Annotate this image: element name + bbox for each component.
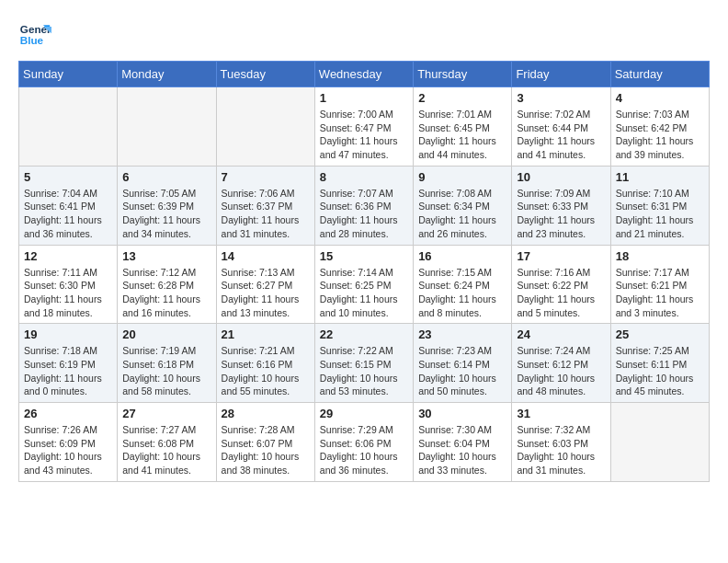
calendar-cell: 22Sunrise: 7:22 AM Sunset: 6:15 PM Dayli…: [314, 324, 413, 403]
calendar-week-row: 19Sunrise: 7:18 AM Sunset: 6:19 PM Dayli…: [19, 324, 710, 403]
calendar-cell: 24Sunrise: 7:24 AM Sunset: 6:12 PM Dayli…: [512, 324, 610, 403]
calendar-cell: 9Sunrise: 7:08 AM Sunset: 6:34 PM Daylig…: [414, 166, 512, 245]
calendar-cell: 19Sunrise: 7:18 AM Sunset: 6:19 PM Dayli…: [19, 324, 118, 403]
day-info: Sunrise: 7:11 AM Sunset: 6:30 PM Dayligh…: [24, 266, 112, 320]
calendar-cell: [216, 87, 314, 167]
weekday-header-monday: Monday: [118, 62, 216, 87]
day-info: Sunrise: 7:15 AM Sunset: 6:24 PM Dayligh…: [418, 266, 506, 320]
calendar-cell: 10Sunrise: 7:09 AM Sunset: 6:33 PM Dayli…: [512, 166, 610, 245]
day-number: 7: [222, 170, 310, 184]
calendar-cell: 29Sunrise: 7:29 AM Sunset: 6:06 PM Dayli…: [314, 403, 413, 482]
day-info: Sunrise: 7:14 AM Sunset: 6:25 PM Dayligh…: [320, 266, 408, 320]
svg-text:Blue: Blue: [20, 34, 44, 46]
calendar-cell: 13Sunrise: 7:12 AM Sunset: 6:28 PM Dayli…: [118, 245, 216, 324]
day-info: Sunrise: 7:29 AM Sunset: 6:06 PM Dayligh…: [320, 423, 408, 477]
day-info: Sunrise: 7:16 AM Sunset: 6:22 PM Dayligh…: [517, 266, 605, 320]
day-number: 16: [418, 249, 506, 263]
day-info: Sunrise: 7:01 AM Sunset: 6:45 PM Dayligh…: [418, 108, 506, 162]
calendar-cell: 31Sunrise: 7:32 AM Sunset: 6:03 PM Dayli…: [512, 403, 610, 482]
day-info: Sunrise: 7:25 AM Sunset: 6:11 PM Dayligh…: [616, 344, 704, 398]
day-number: 19: [24, 327, 112, 341]
day-info: Sunrise: 7:00 AM Sunset: 6:47 PM Dayligh…: [320, 108, 408, 162]
day-number: 15: [320, 249, 408, 263]
day-info: Sunrise: 7:03 AM Sunset: 6:42 PM Dayligh…: [616, 108, 704, 162]
day-number: 27: [122, 407, 210, 420]
day-number: 12: [24, 249, 112, 263]
day-number: 29: [320, 407, 408, 420]
day-info: Sunrise: 7:27 AM Sunset: 6:08 PM Dayligh…: [122, 423, 210, 477]
day-info: Sunrise: 7:10 AM Sunset: 6:31 PM Dayligh…: [616, 187, 704, 241]
calendar-cell: 14Sunrise: 7:13 AM Sunset: 6:27 PM Dayli…: [216, 245, 314, 324]
day-info: Sunrise: 7:19 AM Sunset: 6:18 PM Dayligh…: [122, 344, 210, 398]
day-number: 11: [616, 170, 704, 184]
day-info: Sunrise: 7:30 AM Sunset: 6:04 PM Dayligh…: [418, 423, 506, 477]
page-header: General Blue: [18, 18, 710, 52]
day-number: 26: [24, 407, 112, 420]
calendar-cell: 28Sunrise: 7:28 AM Sunset: 6:07 PM Dayli…: [216, 403, 314, 482]
day-info: Sunrise: 7:17 AM Sunset: 6:21 PM Dayligh…: [616, 266, 704, 320]
calendar-cell: [118, 87, 216, 167]
day-number: 6: [122, 170, 210, 184]
day-number: 30: [418, 407, 506, 420]
day-info: Sunrise: 7:21 AM Sunset: 6:16 PM Dayligh…: [222, 344, 310, 398]
day-number: 23: [418, 327, 506, 341]
day-number: 13: [122, 249, 210, 263]
weekday-header-saturday: Saturday: [610, 62, 709, 87]
day-number: 20: [122, 327, 210, 341]
calendar-cell: 8Sunrise: 7:07 AM Sunset: 6:36 PM Daylig…: [314, 166, 413, 245]
calendar-week-row: 26Sunrise: 7:26 AM Sunset: 6:09 PM Dayli…: [19, 403, 710, 482]
day-number: 8: [320, 170, 408, 184]
day-info: Sunrise: 7:06 AM Sunset: 6:37 PM Dayligh…: [222, 187, 310, 241]
calendar-cell: 25Sunrise: 7:25 AM Sunset: 6:11 PM Dayli…: [610, 324, 709, 403]
calendar-table: SundayMondayTuesdayWednesdayThursdayFrid…: [18, 61, 710, 482]
calendar-cell: 4Sunrise: 7:03 AM Sunset: 6:42 PM Daylig…: [610, 87, 709, 167]
day-number: 22: [320, 327, 408, 341]
day-info: Sunrise: 7:08 AM Sunset: 6:34 PM Dayligh…: [418, 187, 506, 241]
day-number: 2: [418, 91, 506, 105]
day-number: 1: [320, 91, 408, 105]
day-number: 18: [616, 249, 704, 263]
calendar-cell: 21Sunrise: 7:21 AM Sunset: 6:16 PM Dayli…: [216, 324, 314, 403]
day-info: Sunrise: 7:05 AM Sunset: 6:39 PM Dayligh…: [122, 187, 210, 241]
calendar-week-row: 1Sunrise: 7:00 AM Sunset: 6:47 PM Daylig…: [19, 87, 710, 167]
weekday-header-tuesday: Tuesday: [216, 62, 314, 87]
day-info: Sunrise: 7:12 AM Sunset: 6:28 PM Dayligh…: [122, 266, 210, 320]
weekday-header-row: SundayMondayTuesdayWednesdayThursdayFrid…: [19, 62, 710, 87]
day-info: Sunrise: 7:22 AM Sunset: 6:15 PM Dayligh…: [320, 344, 408, 398]
logo: General Blue: [18, 18, 51, 52]
logo-icon: General Blue: [18, 18, 51, 52]
day-number: 9: [418, 170, 506, 184]
day-number: 24: [517, 327, 605, 341]
calendar-cell: 15Sunrise: 7:14 AM Sunset: 6:25 PM Dayli…: [314, 245, 413, 324]
day-number: 17: [517, 249, 605, 263]
day-info: Sunrise: 7:07 AM Sunset: 6:36 PM Dayligh…: [320, 187, 408, 241]
day-number: 21: [222, 327, 310, 341]
day-info: Sunrise: 7:09 AM Sunset: 6:33 PM Dayligh…: [517, 187, 605, 241]
day-info: Sunrise: 7:18 AM Sunset: 6:19 PM Dayligh…: [24, 344, 112, 398]
calendar-cell: 1Sunrise: 7:00 AM Sunset: 6:47 PM Daylig…: [314, 87, 413, 167]
day-info: Sunrise: 7:13 AM Sunset: 6:27 PM Dayligh…: [222, 266, 310, 320]
day-info: Sunrise: 7:23 AM Sunset: 6:14 PM Dayligh…: [418, 344, 506, 398]
calendar-cell: 2Sunrise: 7:01 AM Sunset: 6:45 PM Daylig…: [414, 87, 512, 167]
weekday-header-sunday: Sunday: [19, 62, 118, 87]
calendar-cell: 20Sunrise: 7:19 AM Sunset: 6:18 PM Dayli…: [118, 324, 216, 403]
day-number: 28: [222, 407, 310, 420]
day-number: 5: [24, 170, 112, 184]
day-number: 10: [517, 170, 605, 184]
day-info: Sunrise: 7:24 AM Sunset: 6:12 PM Dayligh…: [517, 344, 605, 398]
day-number: 31: [517, 407, 605, 420]
calendar-cell: 18Sunrise: 7:17 AM Sunset: 6:21 PM Dayli…: [610, 245, 709, 324]
calendar-cell: 26Sunrise: 7:26 AM Sunset: 6:09 PM Dayli…: [19, 403, 118, 482]
calendar-cell: 5Sunrise: 7:04 AM Sunset: 6:41 PM Daylig…: [19, 166, 118, 245]
day-number: 4: [616, 91, 704, 105]
calendar-cell: 27Sunrise: 7:27 AM Sunset: 6:08 PM Dayli…: [118, 403, 216, 482]
day-number: 25: [616, 327, 704, 341]
calendar-cell: 17Sunrise: 7:16 AM Sunset: 6:22 PM Dayli…: [512, 245, 610, 324]
calendar-week-row: 5Sunrise: 7:04 AM Sunset: 6:41 PM Daylig…: [19, 166, 710, 245]
calendar-cell: 7Sunrise: 7:06 AM Sunset: 6:37 PM Daylig…: [216, 166, 314, 245]
day-info: Sunrise: 7:04 AM Sunset: 6:41 PM Dayligh…: [24, 187, 112, 241]
day-info: Sunrise: 7:26 AM Sunset: 6:09 PM Dayligh…: [24, 423, 112, 477]
calendar-cell: 23Sunrise: 7:23 AM Sunset: 6:14 PM Dayli…: [414, 324, 512, 403]
calendar-cell: 6Sunrise: 7:05 AM Sunset: 6:39 PM Daylig…: [118, 166, 216, 245]
calendar-week-row: 12Sunrise: 7:11 AM Sunset: 6:30 PM Dayli…: [19, 245, 710, 324]
